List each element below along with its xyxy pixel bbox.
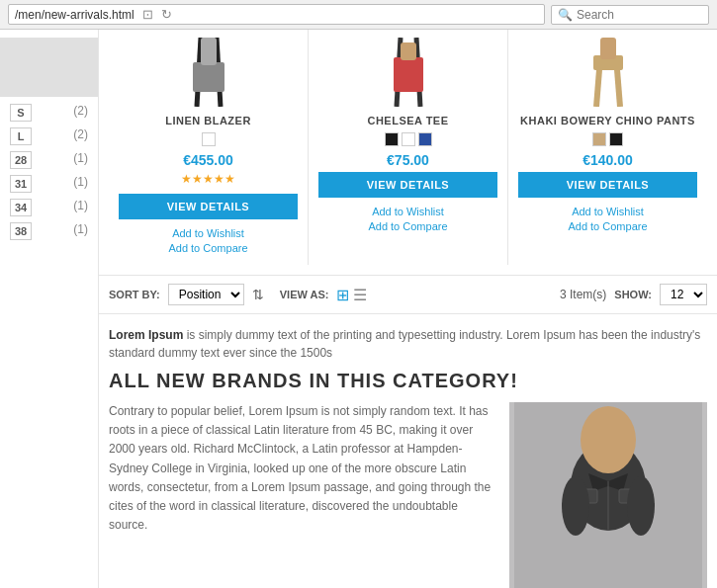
intro-rest: is simply dummy text of the printing and…	[109, 328, 700, 360]
svg-point-19	[627, 476, 655, 536]
browser-chrome: /men/new-arrivals.html ⊡ ↻ 🔍	[0, 0, 717, 30]
product-card: KHAKI BOWERY CHINO PANTS €140.00 VIEW DE…	[508, 30, 707, 265]
size-count: (1)	[73, 199, 88, 216]
sidebar-item[interactable]: 28(1)	[0, 148, 98, 172]
color-swatch[interactable]	[592, 132, 606, 146]
svg-rect-11	[600, 38, 616, 59]
sort-bar: SORT BY: Position Name Price ⇅ VIEW AS: …	[99, 276, 717, 314]
size-label: L	[10, 127, 32, 145]
search-input[interactable]	[577, 8, 695, 22]
size-label: 31	[10, 175, 32, 193]
list-view-icon[interactable]: ☰	[353, 286, 367, 304]
size-label: S	[10, 104, 32, 122]
view-icons: ⊞ ☰	[336, 286, 367, 304]
product-card: LINEN BLAZER €455.00 ★★★★★ VIEW DETAILS …	[109, 30, 309, 265]
product-image	[379, 38, 438, 107]
product-price: €455.00	[119, 152, 298, 168]
model-svg	[514, 402, 702, 588]
size-label: 34	[10, 199, 32, 216]
add-to-wishlist-link[interactable]: Add to Wishlist	[318, 206, 497, 217]
sidebar-item[interactable]: 38(1)	[0, 219, 98, 243]
size-count: (2)	[73, 127, 88, 145]
view-details-button[interactable]: VIEW DETAILS	[318, 172, 497, 198]
product-image	[179, 38, 238, 107]
svg-rect-2	[193, 62, 224, 92]
intro-bold: Lorem Ipsum	[109, 328, 183, 342]
view-as-label: VIEW AS:	[280, 289, 329, 300]
sidebar-item[interactable]: L(2)	[0, 125, 98, 148]
color-swatch[interactable]	[202, 132, 216, 146]
color-swatch[interactable]	[385, 132, 399, 146]
bookmark-icon: ⊡	[142, 7, 153, 22]
sidebar-top-area	[0, 38, 98, 97]
sort-direction-icon[interactable]: ⇅	[252, 287, 264, 302]
sidebar-item[interactable]: 34(1)	[0, 196, 98, 219]
star-rating: ★★★★★	[119, 172, 298, 186]
item-count: 3 Item(s)	[560, 288, 606, 301]
intro-text: Lorem Ipsum is simply dummy text of the …	[109, 326, 707, 362]
url-text: /men/new-arrivals.html	[15, 8, 134, 22]
show-label: SHOW:	[614, 289, 652, 300]
view-details-button[interactable]: VIEW DETAILS	[518, 172, 697, 198]
add-to-compare-link[interactable]: Add to Compare	[119, 242, 298, 254]
product-name: LINEN BLAZER	[119, 115, 298, 126]
main-content: LINEN BLAZER €455.00 ★★★★★ VIEW DETAILS …	[99, 30, 717, 588]
size-count: (1)	[73, 175, 88, 193]
color-swatches	[318, 132, 497, 146]
svg-point-15	[581, 406, 636, 473]
refresh-icon[interactable]: ↻	[161, 7, 172, 22]
color-swatch[interactable]	[402, 132, 415, 146]
size-label: 28	[10, 151, 32, 169]
grid-view-icon[interactable]: ⊞	[336, 286, 349, 304]
sidebar: S(2)L(2)28(1)31(1)34(1)38(1)	[0, 30, 99, 588]
product-card: CHELSEA TEE €75.00 VIEW DETAILS Add to W…	[309, 30, 508, 265]
color-swatches	[119, 132, 298, 146]
svg-rect-7	[401, 42, 416, 60]
add-to-wishlist-link[interactable]: Add to Wishlist	[518, 206, 697, 217]
page-layout: S(2)L(2)28(1)31(1)34(1)38(1) LINEN BLAZE…	[0, 30, 717, 588]
sidebar-size-list: S(2)L(2)28(1)31(1)34(1)38(1)	[0, 101, 98, 243]
sidebar-item[interactable]: 31(1)	[0, 172, 98, 196]
svg-point-18	[562, 476, 589, 536]
product-name: CHELSEA TEE	[318, 115, 497, 126]
model-image	[509, 402, 707, 588]
add-to-compare-link[interactable]: Add to Compare	[318, 220, 497, 232]
add-to-wishlist-link[interactable]: Add to Wishlist	[119, 227, 298, 239]
add-to-compare-link[interactable]: Add to Compare	[518, 220, 697, 232]
products-row: LINEN BLAZER €455.00 ★★★★★ VIEW DETAILS …	[99, 30, 717, 276]
size-count: (2)	[73, 104, 88, 122]
category-heading: ALL NEW BRANDS IN THIS CATEGORY!	[109, 370, 707, 392]
view-details-button[interactable]: VIEW DETAILS	[119, 194, 298, 219]
color-swatches	[518, 132, 697, 146]
sidebar-item[interactable]: S(2)	[0, 101, 98, 125]
size-count: (1)	[73, 151, 88, 169]
search-bar[interactable]: 🔍	[551, 5, 709, 25]
sort-by-label: SORT BY:	[109, 289, 160, 300]
sort-select[interactable]: Position Name Price	[168, 284, 244, 305]
url-bar[interactable]: /men/new-arrivals.html ⊡ ↻	[8, 4, 545, 25]
size-count: (1)	[73, 222, 88, 240]
product-price: €140.00	[518, 152, 697, 168]
product-image	[579, 38, 638, 107]
body-text: Contrary to popular belief, Lorem Ipsum …	[109, 402, 497, 588]
color-swatch[interactable]	[418, 132, 432, 146]
svg-rect-6	[394, 57, 423, 92]
search-icon: 🔍	[558, 8, 573, 22]
show-select[interactable]: 12 24 36	[660, 284, 707, 305]
product-price: €75.00	[318, 152, 497, 168]
size-label: 38	[10, 222, 32, 240]
svg-rect-3	[201, 38, 217, 65]
color-swatch[interactable]	[609, 132, 623, 146]
product-name: KHAKI BOWERY CHINO PANTS	[518, 115, 697, 126]
content-row: Contrary to popular belief, Lorem Ipsum …	[109, 402, 707, 588]
lorem-section: Lorem Ipsum is simply dummy text of the …	[99, 314, 717, 588]
